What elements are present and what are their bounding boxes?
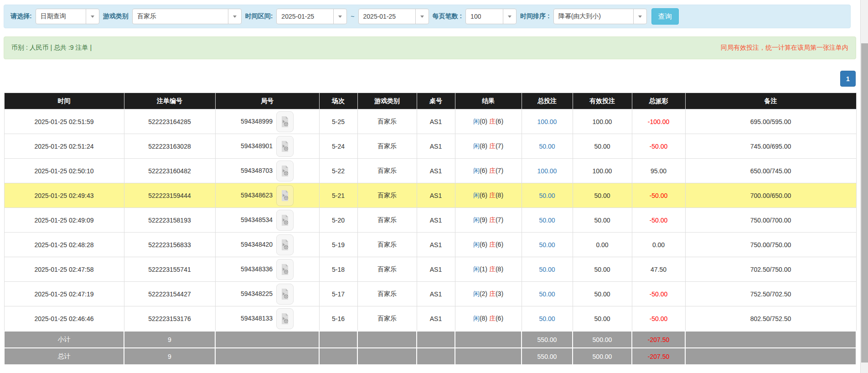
cell-round: 594348225 — [215, 282, 319, 306]
result-banker-label: 庄 — [489, 265, 496, 273]
cell-bet-id: 522223156833 — [124, 233, 215, 257]
cell-payout: 95.00 — [632, 159, 685, 183]
total-bet-link[interactable]: 100.00 — [537, 118, 557, 125]
cell-round: 594348133 — [215, 306, 319, 332]
cell-session: 5-19 — [319, 233, 357, 257]
footer-payout: -207.50 — [632, 348, 685, 365]
cell-valid-bet: 50.00 — [573, 282, 632, 306]
video-replay-icon[interactable] — [276, 111, 294, 132]
cell-payout: 47.50 — [632, 257, 685, 282]
cell-table-no: AS1 — [417, 257, 455, 282]
select-time-sort[interactable]: 降幂(由大到小) — [553, 9, 647, 24]
cell-result: 闲(1) 庄(8) — [455, 257, 522, 282]
search-button[interactable]: 查询 — [651, 8, 679, 25]
cell-result: 闲(6) 庄(6) — [455, 233, 522, 257]
chevron-down-icon[interactable] — [86, 9, 99, 24]
chevron-down-icon[interactable] — [633, 9, 646, 24]
video-replay-icon[interactable] — [276, 136, 294, 157]
round-id: 594348133 — [241, 314, 273, 321]
cell-remark: 802.50/752.50 — [685, 306, 856, 332]
video-replay-icon[interactable] — [276, 185, 294, 206]
video-replay-icon[interactable] — [276, 210, 294, 231]
filter-label: 游戏类别 — [103, 12, 129, 21]
video-replay-icon[interactable] — [276, 259, 294, 280]
select-date-to[interactable]: 2025-01-25 — [358, 9, 429, 24]
chevron-down-icon[interactable] — [503, 9, 516, 24]
cell-result: 闲(8) 庄(7) — [455, 134, 522, 159]
result-player-score: (6) — [480, 167, 487, 174]
round-id: 594348623 — [241, 191, 273, 198]
cell-payout: -50.00 — [632, 282, 685, 306]
total-bet-link[interactable]: 50.00 — [539, 143, 555, 150]
scrollbar-thumb[interactable] — [861, 43, 868, 363]
scrollbar[interactable] — [860, 0, 868, 373]
column-header: 备注 — [685, 93, 856, 109]
result-player-score: (2) — [480, 290, 487, 297]
video-replay-icon[interactable] — [276, 308, 294, 329]
cell-bet-id: 522223153176 — [124, 306, 215, 332]
cell-remark: 695.00/595.00 — [685, 109, 856, 134]
table-row: 2025-01-25 02:48:28 522223156833 5943484… — [4, 233, 856, 257]
select-game-category[interactable]: 百家乐 — [132, 9, 242, 24]
round-id: 594348999 — [241, 117, 273, 124]
cell-game: 百家乐 — [357, 233, 417, 257]
result-player-score: (6) — [480, 241, 487, 248]
column-header: 局号 — [215, 93, 319, 109]
column-header: 有效投注 — [573, 93, 632, 109]
footer-total-bet: 550.00 — [522, 348, 573, 365]
cell-game: 百家乐 — [357, 109, 417, 134]
video-replay-icon[interactable] — [276, 284, 294, 305]
column-header: 注单编号 — [124, 93, 215, 109]
select-query-type[interactable]: 日期查询 — [36, 9, 99, 24]
table-row: 2025-01-25 02:51:24 522223163028 5943489… — [4, 134, 856, 159]
cell-result: 闲(2) 庄(3) — [455, 282, 522, 306]
select-page-size[interactable]: 100 — [465, 9, 517, 24]
total-bet-link[interactable]: 50.00 — [539, 290, 555, 298]
filter-select-value: 日期查询 — [36, 12, 66, 21]
cell-bet-id: 522223159444 — [124, 183, 215, 208]
total-bet-link[interactable]: 50.00 — [539, 217, 555, 224]
summary-currency-count: 币别 : 人民币 | 总共 :9 注单 | — [11, 44, 92, 52]
select-date-from[interactable]: 2025-01-25 — [276, 9, 347, 24]
cell-table-no: AS1 — [417, 306, 455, 332]
pagination: 1 — [840, 71, 856, 87]
cell-game: 百家乐 — [357, 306, 417, 332]
total-bet-link[interactable]: 50.00 — [539, 315, 555, 322]
page-button-1[interactable]: 1 — [840, 71, 856, 87]
cell-total-bet: 50.00 — [522, 257, 573, 282]
cell-bet-id: 522223160482 — [124, 159, 215, 183]
column-header: 场次 — [319, 93, 357, 109]
cell-time: 2025-01-25 02:48:28 — [4, 233, 124, 257]
chevron-down-icon[interactable] — [333, 9, 346, 24]
footer-count: 9 — [124, 348, 215, 365]
summary-notice: 同局有效投注，统一计算在该局第一张注单内 — [721, 44, 848, 52]
result-player-label: 闲 — [473, 315, 480, 322]
footer-label: 总计 — [4, 348, 124, 365]
total-bet-link[interactable]: 100.00 — [537, 167, 557, 175]
cell-remark: 700.00/650.00 — [685, 183, 856, 208]
video-replay-icon[interactable] — [276, 234, 294, 255]
result-player-score: (8) — [480, 315, 487, 322]
cell-table-no: AS1 — [417, 282, 455, 306]
cell-session: 5-24 — [319, 134, 357, 159]
chevron-down-icon[interactable] — [415, 9, 429, 24]
cell-valid-bet: 50.00 — [573, 208, 632, 233]
chevron-down-icon[interactable] — [228, 9, 241, 24]
summary-bar: 币别 : 人民币 | 总共 :9 注单 | 同局有效投注，统一计算在该局第一张注… — [4, 36, 856, 59]
footer-valid-bet: 500.00 — [573, 331, 632, 348]
footer-valid-bet: 500.00 — [573, 348, 632, 365]
cell-time: 2025-01-25 02:49:43 — [4, 183, 124, 208]
total-bet-link[interactable]: 50.00 — [539, 266, 555, 273]
table-row: 2025-01-25 02:50:10 522223160482 5943487… — [4, 159, 856, 183]
result-banker-label: 庄 — [489, 118, 496, 125]
column-header: 时间 — [4, 93, 124, 109]
filter-select-value: 2025-01-25 — [277, 13, 314, 20]
column-header: 游戏类别 — [357, 93, 417, 109]
total-bet-link[interactable]: 50.00 — [539, 241, 555, 249]
result-banker-score: (6) — [496, 241, 503, 248]
footer-payout: -207.50 — [632, 331, 685, 348]
table-row: 2025-01-25 02:49:09 522223158193 5943485… — [4, 208, 856, 233]
total-bet-link[interactable]: 50.00 — [539, 192, 555, 199]
cell-session: 5-25 — [319, 109, 357, 134]
video-replay-icon[interactable] — [276, 161, 294, 181]
